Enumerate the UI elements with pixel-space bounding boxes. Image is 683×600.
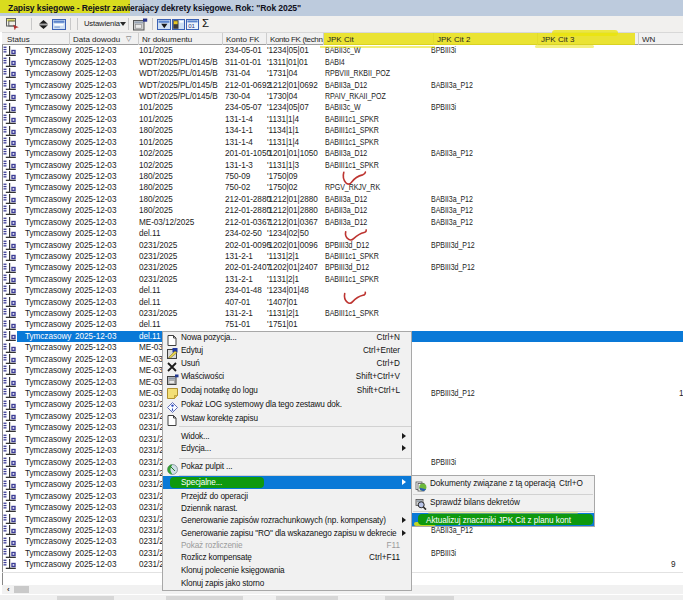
svg-text:01: 01: [188, 23, 195, 29]
